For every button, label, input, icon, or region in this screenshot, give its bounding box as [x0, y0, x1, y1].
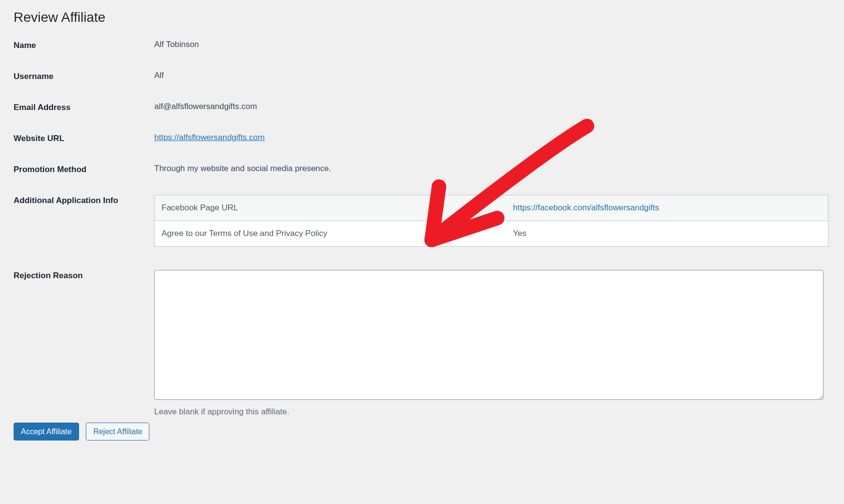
info-key: Facebook Page URL	[155, 195, 506, 221]
row-name: Name Alf Tobinson	[14, 40, 830, 50]
value-website: https://alfsflowersandgifts.com	[154, 133, 830, 142]
rejection-textarea[interactable]	[154, 270, 824, 400]
table-row: Agree to our Terms of Use and Privacy Po…	[155, 221, 828, 247]
table-row: Facebook Page URL https://facebook.com/a…	[155, 195, 828, 221]
facebook-link[interactable]: https://facebook.com/alfsflowersandgifts	[513, 203, 659, 212]
value-name: Alf Tobinson	[154, 40, 830, 49]
page-title: Review Affiliate	[14, 10, 830, 25]
label-email: Email Address	[14, 102, 154, 112]
value-username: Alf	[154, 71, 830, 80]
additional-info-table: Facebook Page URL https://facebook.com/a…	[154, 195, 828, 247]
info-value: https://facebook.com/alfsflowersandgifts	[506, 195, 828, 221]
row-website: Website URL https://alfsflowersandgifts.…	[14, 133, 830, 143]
row-rejection: Rejection Reason Leave blank if approvin…	[14, 270, 830, 417]
row-additional-info: Additional Application Info Facebook Pag…	[14, 195, 830, 247]
reject-button[interactable]: Reject Affiliate	[86, 423, 149, 441]
label-additional-info: Additional Application Info	[14, 195, 154, 205]
row-promotion: Promotion Method Through my website and …	[14, 164, 830, 174]
label-promotion: Promotion Method	[14, 164, 154, 174]
rejection-hint: Leave blank if approving this affiliate.	[154, 407, 830, 417]
accept-button[interactable]: Accept Affiliate	[14, 423, 79, 441]
label-website: Website URL	[14, 133, 154, 143]
label-rejection: Rejection Reason	[14, 270, 154, 281]
page-wrap: Review Affiliate Name Alf Tobinson Usern…	[0, 0, 844, 454]
info-value: Yes	[506, 221, 828, 247]
info-key: Agree to our Terms of Use and Privacy Po…	[155, 221, 506, 247]
value-email: alf@alfsflowersandgifts.com	[154, 102, 830, 111]
website-link[interactable]: https://alfsflowersandgifts.com	[154, 133, 265, 142]
value-promotion: Through my website and social media pres…	[154, 164, 830, 173]
value-rejection: Leave blank if approving this affiliate.	[154, 270, 830, 417]
row-email: Email Address alf@alfsflowersandgifts.co…	[14, 102, 830, 112]
action-bar: Accept Affiliate Reject Affiliate	[14, 423, 830, 441]
row-username: Username Alf	[14, 71, 830, 81]
label-name: Name	[14, 40, 154, 50]
value-additional-info: Facebook Page URL https://facebook.com/a…	[154, 195, 830, 247]
label-username: Username	[14, 71, 154, 81]
